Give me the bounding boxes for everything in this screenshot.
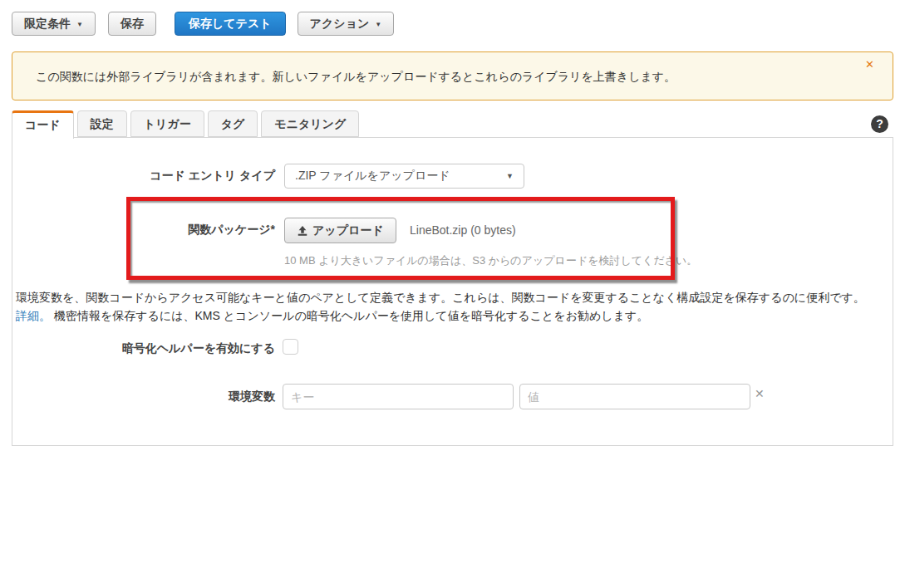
uploaded-file-info: LineBot.zip (0 bytes) [410,223,516,237]
env-key-input[interactable] [283,384,514,409]
tab-settings[interactable]: 設定 [77,110,127,137]
external-library-warning-banner: この関数には外部ライブラリが含まれます。新しいファイルをアップロードするとこれら… [12,51,893,100]
code-entry-type-select[interactable]: .ZIP ファイルをアップロード ▼ [284,164,524,189]
env-description-line2: 詳細。 機密情報を保存するには、KMS とコンソールの暗号化ヘルパーを使用して値… [16,309,648,324]
code-entry-type-selected-value: .ZIP ファイルをアップロード [295,169,450,184]
caret-down-icon: ▼ [76,22,83,28]
help-icon[interactable]: ? [871,115,888,133]
upload-button-label: アップロード [312,223,384,238]
tab-tags[interactable]: タグ [208,110,258,137]
code-entry-type-label: コード エントリ タイプ [12,169,275,184]
upload-icon [297,225,308,237]
env-vars-label: 環境変数 [12,390,275,404]
tab-monitoring[interactable]: モニタリング [261,110,359,137]
warning-message: この関数には外部ライブラリが含まれます。新しいファイルをアップロードするとこれら… [36,70,676,85]
tab-triggers[interactable]: トリガー [130,110,204,137]
qualifiers-button[interactable]: 限定条件 ▼ [12,12,96,36]
env-description-line2-text: 機密情報を保存するには、KMS とコンソールの暗号化ヘルパーを使用して値を暗号化… [54,309,648,322]
remove-env-var-icon[interactable]: ✕ [755,387,765,400]
tab-bar: コード 設定 トリガー タグ モニタリング [12,110,362,138]
env-value-input[interactable] [519,384,750,409]
encryption-helper-label: 暗号化ヘルパーを有効にする [12,341,275,356]
actions-button[interactable]: アクション ▼ [298,12,395,36]
encryption-helper-checkbox[interactable] [283,339,298,355]
close-icon[interactable]: ✕ [865,58,874,71]
qualifiers-button-label: 限定条件 [24,17,71,32]
caret-down-icon: ▼ [375,22,381,28]
upload-button[interactable]: アップロード [284,218,396,243]
env-description-line1: 環境変数を、関数コードからアクセス可能なキーと値のペアとして定義できます。これら… [16,291,865,306]
details-link[interactable]: 詳細。 [16,309,51,322]
save-and-test-button-label: 保存してテスト [189,17,272,32]
save-and-test-button[interactable]: 保存してテスト [175,12,286,36]
upload-helper-text: 10 MB より大きいファイルの場合は、S3 からのアップロードを検討してくださ… [284,253,697,268]
code-tab-panel: コード エントリ タイプ .ZIP ファイルをアップロード ▼ 関数パッケージ*… [12,137,893,446]
actions-button-label: アクション [310,17,370,32]
tab-code[interactable]: コード [12,110,74,139]
save-button-label: 保存 [121,17,144,32]
caret-down-icon: ▼ [506,172,514,180]
lambda-console-page: 限定条件 ▼ 保存 保存してテスト アクション ▼ この関数には外部ライブラリが… [0,0,905,588]
function-package-label: 関数パッケージ* [12,223,275,238]
toolbar: 限定条件 ▼ 保存 保存してテスト アクション ▼ [12,12,394,36]
save-button[interactable]: 保存 [108,12,156,36]
